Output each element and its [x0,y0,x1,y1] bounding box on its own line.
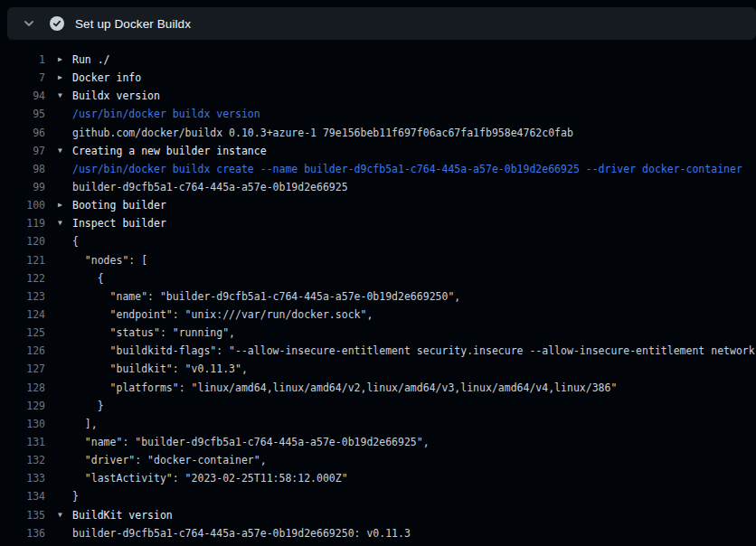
log-line: 123 "name": "builder-d9cfb5a1-c764-445a-… [0,287,756,306]
caret-down-icon[interactable]: ▼ [58,512,62,519]
output-text: ], [72,418,98,430]
line-number[interactable]: 128 [0,381,45,394]
output-text: "nodes": [ [72,254,147,267]
line-number[interactable]: 125 [0,326,45,339]
group-title: Inspect builder [72,217,166,230]
group-title: Buildx version [72,89,160,102]
line-number[interactable]: 97 [0,145,45,157]
caret-down-icon[interactable]: ▼ [58,92,62,99]
line-number[interactable]: 130 [0,418,45,430]
output-text: "endpoint": "unix:///var/run/docker.sock… [72,308,373,321]
chevron-down-icon[interactable] [20,14,38,33]
output-text: builder-d9cfb5a1-c764-445a-a57e-0b19d2e6… [72,181,348,193]
group-title: Run ./ [72,53,110,66]
line-number[interactable]: 98 [0,163,45,175]
line-number[interactable]: 132 [0,454,45,466]
line-number[interactable]: 122 [0,272,45,285]
log-line: 125 "status": "running", [0,324,756,342]
output-text: "platforms": "linux/amd64,linux/amd64/v2… [72,381,617,394]
line-number[interactable]: 120 [0,235,45,248]
line-number[interactable]: 1 [0,53,45,66]
caret-right-icon[interactable]: ▶ [58,74,62,81]
log-line: 126 "buildkitd-flags": "--allow-insecure… [0,342,756,360]
log-group-row[interactable]: 135▼BuildKit version [0,506,756,524]
arrow-cell: ▶ [45,202,72,209]
line-number[interactable]: 94 [0,89,45,102]
log-line: 134} [0,487,756,505]
line-number[interactable]: 123 [0,290,45,303]
output-text: } [72,400,104,412]
caret-right-icon[interactable]: ▶ [58,202,62,209]
caret-down-icon[interactable]: ▼ [58,220,62,227]
output-text: "buildkitd-flags": "--allow-insecure-ent… [72,344,756,357]
log-line: 129 } [0,397,756,415]
log-line: 130 ], [0,415,756,433]
line-number[interactable]: 7 [0,71,45,84]
log-line: 99builder-d9cfb5a1-c764-445a-a57e-0b19d2… [0,178,756,196]
line-number[interactable]: 134 [0,490,45,503]
line-number[interactable]: 119 [0,217,45,230]
log-line: 124 "endpoint": "unix:///var/run/docker.… [0,306,756,324]
line-number[interactable]: 121 [0,254,45,267]
log-line: 128 "platforms": "linux/amd64,linux/amd6… [0,379,756,397]
log-group-row[interactable]: 94▼Buildx version [0,87,756,105]
step-title: Set up Docker Buildx [75,17,191,31]
command-text: /usr/bin/docker buildx version [72,108,260,120]
output-text: } [72,490,79,503]
line-number[interactable]: 136 [0,527,45,540]
log-group-row[interactable]: 7▶Docker info [0,69,756,87]
caret-right-icon[interactable]: ▶ [58,56,62,63]
log-line: 136builder-d9cfb5a1-c764-445a-a57e-0b19d… [0,524,756,542]
log-line: 95/usr/bin/docker buildx version [0,105,756,123]
line-number[interactable]: 95 [0,108,45,120]
arrow-cell: ▶ [45,56,72,63]
line-number[interactable]: 135 [0,509,45,522]
log-line: 120{ [0,232,756,250]
log-group-row[interactable]: 100▶Booting builder [0,196,756,214]
line-number[interactable]: 133 [0,472,45,485]
step-header[interactable]: Set up Docker Buildx [7,7,756,40]
log-group-row[interactable]: 119▼Inspect builder [0,214,756,232]
line-number[interactable]: 100 [0,199,45,212]
line-number[interactable]: 96 [0,127,45,139]
output-text: "name": "builder-d9cfb5a1-c764-445a-a57e… [72,436,430,448]
log-group-row[interactable]: 97▼Creating a new builder instance [0,142,756,160]
arrow-cell: ▶ [45,74,72,81]
output-text: "name": "builder-d9cfb5a1-c764-445a-a57e… [72,290,460,303]
check-circle-icon [50,16,64,31]
log-line: 132 "driver": "docker-container", [0,451,756,469]
output-text: { [72,235,79,248]
line-number[interactable]: 129 [0,400,45,412]
output-text: builder-d9cfb5a1-c764-445a-a57e-0b19d2e6… [72,527,411,540]
log-output: 1▶Run ./7▶Docker info94▼Buildx version95… [0,40,756,542]
arrow-cell: ▼ [45,92,72,99]
line-number[interactable]: 126 [0,344,45,357]
group-title: Creating a new builder instance [72,145,267,157]
arrow-cell: ▼ [45,512,72,519]
log-line: 121 "nodes": [ [0,251,756,269]
arrow-cell: ▼ [45,220,72,227]
line-number[interactable]: 124 [0,308,45,321]
log-line: 96github.com/docker/buildx 0.10.3+azure-… [0,124,756,142]
group-title: Booting builder [72,199,166,212]
output-text: { [72,272,104,285]
group-title: BuildKit version [72,509,173,522]
output-text: "lastActivity": "2023-02-25T11:58:12.000… [72,472,348,485]
log-line: 133 "lastActivity": "2023-02-25T11:58:12… [0,469,756,487]
log-line: 131 "name": "builder-d9cfb5a1-c764-445a-… [0,433,756,451]
line-number[interactable]: 131 [0,436,45,448]
caret-down-icon[interactable]: ▼ [58,147,62,155]
line-number[interactable]: 127 [0,362,45,375]
output-text: "status": "running", [72,326,235,339]
log-line: 122 { [0,269,756,287]
log-group-row[interactable]: 1▶Run ./ [0,51,756,69]
output-text: github.com/docker/buildx 0.10.3+azure-1 … [72,127,573,139]
log-line: 127 "buildkit": "v0.11.3", [0,360,756,378]
line-number[interactable]: 99 [0,181,45,193]
log-line: 98/usr/bin/docker buildx create --name b… [0,160,756,178]
arrow-cell: ▼ [45,147,72,155]
output-text: "driver": "docker-container", [72,454,267,466]
command-text: /usr/bin/docker buildx create --name bui… [72,163,742,175]
group-title: Docker info [72,71,141,84]
output-text: "buildkit": "v0.11.3", [72,362,248,375]
